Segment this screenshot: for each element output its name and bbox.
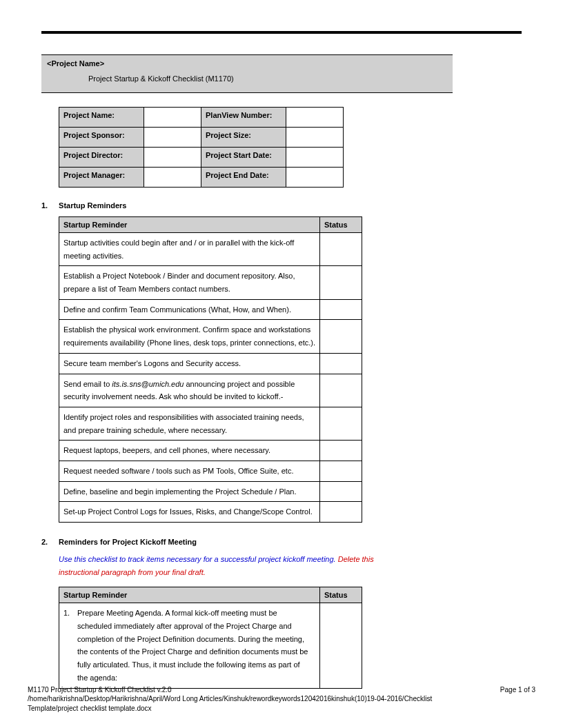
- row-number: 1.: [63, 607, 77, 620]
- status-cell: [320, 374, 362, 407]
- status-cell: [320, 320, 362, 353]
- status-cell: [320, 461, 362, 481]
- reminder-cell: 1.Prepare Meeting Agenda. A formal kick-…: [59, 603, 320, 688]
- page-footer: M1170 Project Startup & Kickoff Checklis…: [28, 685, 535, 714]
- status-cell: [320, 299, 362, 320]
- reminder-cell: Secure team member's Logons and Security…: [59, 353, 320, 374]
- reminder-cell: Define, baseline and begin implementing …: [59, 481, 320, 502]
- row-text: Prepare Meeting Agenda. A formal kick-of…: [77, 607, 312, 684]
- startup-reminders-table: Startup Reminder Status Startup activiti…: [59, 216, 362, 523]
- col-header-status: Status: [320, 217, 362, 233]
- instructional-paragraph: Use this checklist to track items necess…: [59, 553, 376, 578]
- section-title: Startup Reminders: [59, 201, 126, 210]
- meta-value: [144, 128, 201, 148]
- reminder-cell: Establish a Project Notebook / Binder an…: [59, 266, 320, 299]
- meta-label: Project Manager:: [59, 168, 144, 188]
- reminder-cell: Establish the physical work environment.…: [59, 320, 320, 353]
- status-cell: [320, 502, 362, 523]
- footer-page: Page 1 of 3: [500, 685, 535, 695]
- reminder-cell: Send email to its.is.sns@umich.edu annou…: [59, 374, 320, 407]
- meta-value: [286, 108, 344, 128]
- meta-label: PlanView Number:: [201, 108, 286, 128]
- email-address: its.is.sns@umich.edu: [112, 380, 184, 388]
- status-cell: [320, 233, 362, 266]
- meta-label: Project Director:: [59, 148, 144, 168]
- meta-label: Project Sponsor:: [59, 128, 144, 148]
- email-pre: Send email to: [63, 380, 112, 388]
- section-1-heading: 1. Startup Reminders: [41, 201, 522, 210]
- col-header-reminder: Startup Reminder: [59, 587, 320, 603]
- status-cell: [320, 603, 362, 688]
- meta-value: [286, 168, 344, 188]
- meta-value: [144, 168, 201, 188]
- meta-label: Project Start Date:: [201, 148, 286, 168]
- section-number: 1.: [41, 201, 57, 210]
- col-header-reminder: Startup Reminder: [59, 217, 320, 233]
- reminder-cell: Define and confirm Team Communications (…: [59, 299, 320, 320]
- status-cell: [320, 481, 362, 502]
- status-cell: [320, 407, 362, 440]
- meta-value: [144, 148, 201, 168]
- footer-path: /home/harikrishna/Desktop/Harikrishna/Ap…: [28, 694, 442, 713]
- col-header-status: Status: [320, 587, 362, 603]
- reminder-cell: Identify project roles and responsibilit…: [59, 407, 320, 440]
- status-cell: [320, 353, 362, 374]
- instruct-keep: Use this checklist to track items necess…: [59, 555, 338, 563]
- meta-label: Project End Date:: [201, 168, 286, 188]
- project-meta-table: Project Name: PlanView Number: Project S…: [59, 107, 344, 188]
- kickoff-reminders-table: Startup Reminder Status 1.Prepare Meetin…: [59, 587, 362, 688]
- footer-version: M1170 Project Startup & Kickoff Checklis…: [28, 685, 442, 695]
- section-number: 2.: [41, 538, 57, 546]
- meta-value: [144, 108, 201, 128]
- reminder-cell: Request laptops, beepers, and cell phone…: [59, 441, 320, 461]
- document-subtitle: Project Startup & Kickoff Checklist (M11…: [88, 74, 447, 83]
- status-cell: [320, 441, 362, 461]
- reminder-cell: Request needed software / tools such as …: [59, 461, 320, 481]
- project-name-placeholder: <Project Name>: [47, 59, 447, 68]
- status-cell: [320, 266, 362, 299]
- meta-value: [286, 148, 344, 168]
- meta-label: Project Name:: [59, 108, 144, 128]
- top-rule: [41, 31, 522, 34]
- meta-value: [286, 128, 344, 148]
- reminder-cell: Set-up Project Control Logs for Issues, …: [59, 502, 320, 523]
- section-title: Reminders for Project Kickoff Meeting: [59, 538, 197, 546]
- meta-label: Project Size:: [201, 128, 286, 148]
- reminder-cell: Startup activities could begin after and…: [59, 233, 320, 266]
- document-header: <Project Name> Project Startup & Kickoff…: [41, 54, 453, 93]
- section-2-heading: 2. Reminders for Project Kickoff Meeting: [41, 538, 522, 546]
